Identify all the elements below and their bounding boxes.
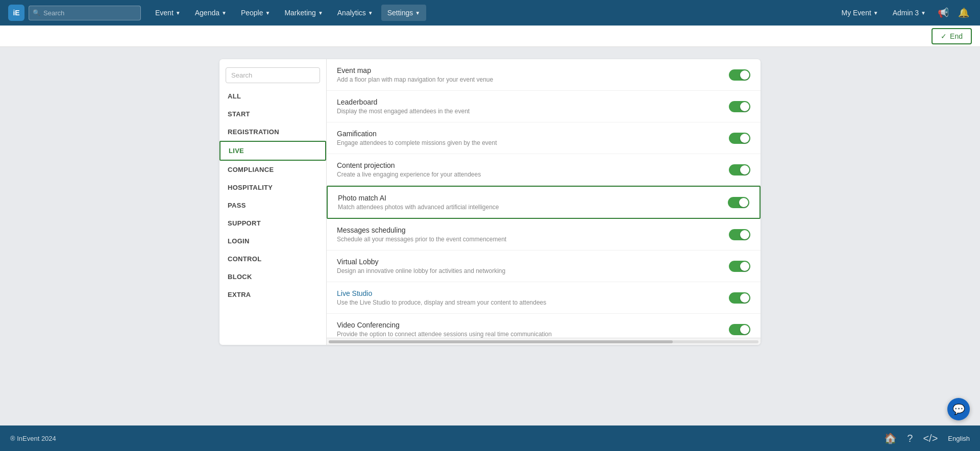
- sidebar-item-block[interactable]: BLOCK: [219, 268, 326, 286]
- toggle-thumb: [740, 230, 749, 239]
- horizontal-scrollbar[interactable]: [327, 338, 761, 345]
- chat-icon: 💬: [952, 403, 965, 415]
- sidebar-item-live[interactable]: LIVE: [219, 141, 326, 161]
- sidebar-item-all[interactable]: ALL: [219, 87, 326, 105]
- feature-description: Schedule all your messages prior to the …: [337, 236, 719, 243]
- features-container: Event mapAdd a floor plan with map navig…: [327, 59, 761, 345]
- toggle-thumb: [740, 70, 749, 80]
- feature-info: Messages schedulingSchedule all your mes…: [337, 226, 719, 243]
- feature-toggle[interactable]: [728, 197, 749, 208]
- chat-bubble-button[interactable]: 💬: [947, 398, 970, 420]
- nav-item-analytics[interactable]: Analytics ▼: [331, 5, 379, 21]
- sidebar-item-login[interactable]: LOGIN: [219, 232, 326, 250]
- feature-row: Virtual LobbyDesign an innovative online…: [327, 250, 761, 282]
- chevron-down-icon: ▼: [222, 10, 227, 16]
- feature-row: Live StudioUse the Live Studio to produc…: [327, 282, 761, 314]
- feature-toggle[interactable]: [729, 229, 750, 240]
- sidebar-item-pass[interactable]: PASS: [219, 196, 326, 214]
- sidebar-item-extra[interactable]: EXTRA: [219, 286, 326, 304]
- checkmark-icon: ✓: [941, 32, 947, 40]
- toggle-thumb: [740, 102, 749, 111]
- feature-info: Photo match AIMatch attendees photos wit…: [338, 194, 718, 211]
- toggle-wrap: [729, 292, 750, 304]
- sidebar-search-input[interactable]: [226, 67, 320, 83]
- feature-title: Gamification: [337, 130, 719, 138]
- my-event-button[interactable]: My Event ▼: [836, 6, 883, 20]
- sidebar-item-support[interactable]: SUPPORT: [219, 214, 326, 232]
- feature-description: Match attendees photos with advanced art…: [338, 204, 718, 211]
- feature-toggle[interactable]: [729, 164, 750, 176]
- broadcast-icon-button[interactable]: 📢: [935, 5, 951, 21]
- feature-toggle[interactable]: [729, 324, 750, 335]
- chevron-down-icon: ▼: [921, 10, 926, 16]
- feature-info: LeaderboardDisplay the most engaged atte…: [337, 98, 719, 115]
- toggle-wrap: [729, 133, 750, 144]
- chevron-down-icon: ▼: [368, 10, 373, 16]
- nav-item-people[interactable]: People ▼: [235, 5, 277, 21]
- feature-title: Leaderboard: [337, 98, 719, 106]
- toggle-wrap: [729, 69, 750, 81]
- language-selector[interactable]: English: [948, 435, 970, 442]
- feature-description: Create a live engaging experience for yo…: [337, 171, 719, 178]
- feature-description: Use the Live Studio to produce, display …: [337, 299, 719, 306]
- notification-icon-button[interactable]: 🔔: [955, 5, 972, 21]
- feature-row: LeaderboardDisplay the most engaged atte…: [327, 91, 761, 122]
- toggle-wrap: [728, 197, 749, 208]
- feature-title: Content projection: [337, 161, 719, 169]
- feature-title: Event map: [337, 66, 719, 74]
- end-button[interactable]: ✓ End: [932, 28, 972, 44]
- scrollbar-thumb: [329, 340, 673, 343]
- search-wrapper: 🔍: [29, 6, 141, 20]
- bottombar-right: 🏠 ? </> English: [884, 432, 970, 444]
- feature-toggle[interactable]: [729, 133, 750, 144]
- help-icon[interactable]: ?: [907, 433, 913, 444]
- chevron-down-icon: ▼: [873, 10, 878, 16]
- feature-description: Add a floor plan with map navigation for…: [337, 76, 719, 83]
- nav-item-agenda[interactable]: Agenda ▼: [189, 5, 233, 21]
- app-logo[interactable]: iE: [8, 5, 24, 21]
- topnav-right: My Event ▼ Admin 3 ▼ 📢 🔔: [836, 5, 972, 21]
- search-input[interactable]: [29, 6, 141, 20]
- toggle-wrap: [729, 229, 750, 240]
- sidebar-item-compliance[interactable]: COMPLIANCE: [219, 161, 326, 179]
- feature-toggle[interactable]: [729, 261, 750, 272]
- feature-title: Live Studio: [337, 289, 719, 297]
- admin-button[interactable]: Admin 3 ▼: [888, 6, 931, 20]
- feature-info: Live StudioUse the Live Studio to produc…: [337, 289, 719, 306]
- feature-info: Event mapAdd a floor plan with map navig…: [337, 66, 719, 83]
- toggle-thumb: [740, 165, 749, 174]
- sidebar-item-hospitality[interactable]: HOSPITALITY: [219, 179, 326, 196]
- home-icon[interactable]: 🏠: [884, 432, 897, 444]
- main-nav: Event ▼Agenda ▼People ▼Marketing ▼Analyt…: [149, 5, 832, 21]
- feature-info: Virtual LobbyDesign an innovative online…: [337, 258, 719, 274]
- feature-info: GamificationEngage attendees to complete…: [337, 130, 719, 146]
- toggle-thumb: [740, 262, 749, 271]
- feature-description: Provide the option to connect attendee s…: [337, 331, 719, 338]
- my-event-label: My Event: [841, 9, 871, 17]
- copyright-text: ® InEvent 2024: [10, 435, 56, 442]
- feature-toggle[interactable]: [729, 69, 750, 81]
- end-label: End: [950, 32, 963, 40]
- feature-row: Event mapAdd a floor plan with map navig…: [327, 59, 761, 91]
- feature-description: Display the most engaged attendees in th…: [337, 108, 719, 115]
- feature-toggle[interactable]: [729, 292, 750, 304]
- sidebar-search-wrapper: [219, 59, 326, 87]
- feature-row: Content projectionCreate a live engaging…: [327, 154, 761, 186]
- settings-panel: ALLSTARTREGISTRATIONLIVECOMPLIANCEHOSPIT…: [219, 59, 761, 345]
- feature-info: Content projectionCreate a live engaging…: [337, 161, 719, 178]
- nav-item-settings[interactable]: Settings ▼: [381, 5, 427, 21]
- feature-info: Video ConferencingProvide the option to …: [337, 321, 719, 338]
- sidebar-item-registration[interactable]: REGISTRATION: [219, 123, 326, 141]
- code-icon[interactable]: </>: [923, 433, 938, 444]
- sidebar-item-start[interactable]: START: [219, 105, 326, 123]
- sidebar-item-control[interactable]: CONTROL: [219, 250, 326, 268]
- feature-toggle[interactable]: [729, 101, 750, 112]
- bottom-bar: ® InEvent 2024 🏠 ? </> English: [0, 425, 980, 451]
- feature-title: Virtual Lobby: [337, 258, 719, 266]
- nav-item-marketing[interactable]: Marketing ▼: [278, 5, 329, 21]
- feature-row: Messages schedulingSchedule all your mes…: [327, 219, 761, 250]
- chevron-down-icon: ▼: [318, 10, 323, 16]
- logo-text: iE: [13, 9, 19, 17]
- nav-item-event[interactable]: Event ▼: [149, 5, 187, 21]
- sidebar-nav: ALLSTARTREGISTRATIONLIVECOMPLIANCEHOSPIT…: [219, 87, 326, 345]
